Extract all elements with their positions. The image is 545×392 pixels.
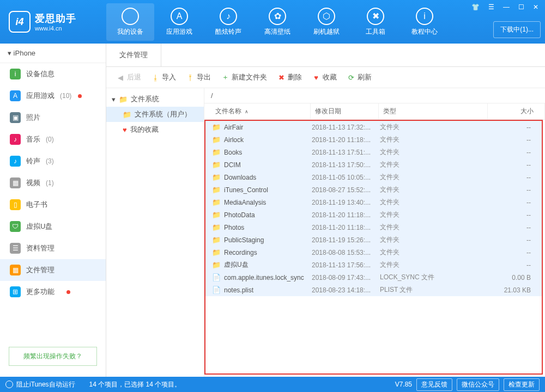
tab-files[interactable]: 文件管理 — [106, 44, 161, 66]
folder-icon: 📁 — [212, 198, 221, 206]
refresh-icon: ⟳ — [347, 73, 355, 82]
nav-label: 刷机越狱 — [313, 27, 340, 36]
file-size: -- — [489, 211, 542, 219]
sidebar-label: 铃声 — [26, 156, 40, 166]
file-list: 📁AirFair2018-11-13 17:32:...文件夹--📁Airloc… — [204, 120, 543, 375]
wechat-button[interactable]: 微信公众号 — [457, 378, 499, 391]
file-name: Recordings — [224, 249, 257, 256]
col-size[interactable]: 大小 — [488, 103, 545, 119]
file-type: 文件夹 — [380, 248, 489, 257]
file-date: 2018-11-19 13:40:... — [312, 199, 380, 206]
update-button[interactable]: 检查更新 — [504, 378, 540, 391]
theme-icon[interactable]: 👕 — [469, 2, 482, 12]
sidebar-item[interactable]: 🛡虚拟U盘 — [0, 216, 106, 237]
download-button[interactable]: 下载中(1)... — [493, 21, 541, 38]
file-date: 2018-08-09 17:43:... — [312, 274, 380, 281]
nav-icon: ✖ — [367, 8, 384, 25]
close-icon[interactable]: ✕ — [531, 2, 541, 12]
file-name: PublicStaging — [224, 236, 264, 244]
path-bar[interactable]: / — [204, 88, 545, 103]
file-date: 2018-11-13 17:50:... — [312, 161, 380, 169]
file-row[interactable]: 📁Photos2018-11-20 11:18:...文件夹-- — [205, 221, 542, 234]
file-name: Airlock — [224, 136, 244, 144]
file-size: 0.00 B — [489, 274, 542, 281]
sidebar-icon: 🛡 — [10, 221, 21, 232]
file-name: 虚拟U盘 — [224, 260, 249, 270]
folder-icon: 📁 — [212, 236, 221, 244]
sidebar-item[interactable]: i设备信息 — [0, 63, 106, 85]
file-size: -- — [489, 199, 542, 206]
delete-button[interactable]: ✖删除 — [277, 72, 302, 82]
file-row[interactable]: 📄notes.plist2018-08-23 14:18:...PLIST 文件… — [205, 284, 542, 296]
sidebar-item[interactable]: ▯电子书 — [0, 194, 106, 216]
export-icon: ⭱ — [186, 73, 195, 82]
file-type: 文件夹 — [380, 223, 489, 232]
refresh-button[interactable]: ⟳刷新 — [347, 72, 372, 82]
help-link[interactable]: 频繁出现操作失败？ — [9, 347, 97, 366]
toolbar: ◀后退 ⭳导入 ⭱导出 ＋新建文件夹 ✖删除 ♥收藏 ⟳刷新 — [106, 67, 545, 88]
newfolder-button[interactable]: ＋新建文件夹 — [221, 72, 267, 82]
file-row[interactable]: 📁MediaAnalysis2018-11-19 13:40:...文件夹-- — [205, 196, 542, 209]
file-row[interactable]: 📁虚拟U盘2018-11-13 17:56:...文件夹-- — [205, 259, 542, 271]
file-row[interactable]: 📄com.apple.itunes.lock_sync2018-08-09 17… — [205, 271, 542, 284]
file-row[interactable]: 📁Downloads2018-11-05 10:05:...文件夹-- — [205, 171, 542, 183]
file-date: 2018-11-13 17:56:... — [312, 261, 380, 269]
nav-item[interactable]: ✿高清壁纸 — [253, 3, 301, 41]
export-button[interactable]: ⭱导出 — [186, 72, 211, 82]
col-date[interactable]: 修改日期 — [311, 103, 379, 119]
maximize-icon[interactable]: ☐ — [516, 2, 526, 12]
sidebar-item[interactable]: A应用游戏 (10) — [0, 85, 106, 107]
sidebar-item[interactable]: ▣照片 — [0, 107, 106, 128]
file-name: com.apple.itunes.lock_sync — [224, 274, 304, 281]
file-row[interactable]: 📁iTunes_Control2018-08-27 15:52:...文件夹-- — [205, 183, 542, 196]
nav-item[interactable]: ♪酷炫铃声 — [204, 3, 252, 41]
sidebar-icon: i — [10, 69, 21, 79]
menu-icon[interactable]: ☰ — [486, 2, 496, 12]
file-size: -- — [489, 261, 542, 269]
device-selector[interactable]: ▾ iPhone — [0, 44, 106, 63]
itunes-block-toggle[interactable]: 阻止iTunes自动运行 — [5, 380, 75, 389]
file-row[interactable]: 📁PublicStaging2018-11-19 15:26:...文件夹-- — [205, 234, 542, 246]
file-size: -- — [489, 174, 542, 181]
col-name[interactable]: 文件名称∧ — [204, 103, 311, 119]
main-panel: 文件管理 ◀后退 ⭳导入 ⭱导出 ＋新建文件夹 ✖删除 ♥收藏 ⟳刷新 ▾ 📁 … — [106, 44, 545, 377]
tree-root[interactable]: ▾ 📁 文件系统 — [106, 91, 204, 107]
file-type: 文件夹 — [380, 160, 489, 169]
nav-item[interactable]: ✖工具箱 — [352, 3, 399, 41]
file-size: -- — [489, 149, 542, 156]
nav-item[interactable]: A应用游戏 — [155, 3, 203, 41]
nav-icon: ⬡ — [318, 8, 335, 25]
file-size: -- — [489, 224, 542, 231]
file-row[interactable]: 📁PhotoData2018-11-20 11:18:...文件夹-- — [205, 209, 542, 221]
file-row[interactable]: 📁DCIM2018-11-13 17:50:...文件夹-- — [205, 158, 542, 171]
tree-user-fs[interactable]: 📁 文件系统（用户） — [106, 107, 204, 122]
nav-item[interactable]: ⬡刷机越狱 — [302, 3, 350, 41]
nav-item[interactable]: i教程中心 — [401, 3, 449, 41]
file-name: Photos — [224, 224, 244, 231]
file-name: notes.plist — [224, 286, 253, 294]
file-row[interactable]: 📁Airlock2018-11-20 11:18:...文件夹-- — [205, 133, 542, 146]
sidebar-item[interactable]: ▦视频 (1) — [0, 172, 106, 194]
import-button[interactable]: ⭳导入 — [151, 72, 176, 82]
sidebar-item[interactable]: ♪铃声 (3) — [0, 150, 106, 172]
file-icon: 📄 — [212, 286, 221, 294]
folder-icon: 📁 — [212, 136, 221, 144]
sidebar-item[interactable]: ♪音乐 (0) — [0, 128, 106, 150]
sidebar-label: 设备信息 — [26, 69, 55, 79]
sidebar-item[interactable]: ☰资料管理 — [0, 237, 106, 259]
nav-label: 酷炫铃声 — [215, 27, 241, 36]
minimize-icon[interactable]: — — [501, 2, 512, 12]
file-row[interactable]: 📁Recordings2018-08-08 15:53:...文件夹-- — [205, 246, 542, 259]
feedback-button[interactable]: 意见反馈 — [416, 378, 452, 391]
back-button: ◀后退 — [116, 72, 141, 82]
sidebar-item[interactable]: ⊞更多功能 — [0, 281, 106, 303]
file-date: 2018-11-13 17:32:... — [312, 124, 380, 131]
sidebar-item[interactable]: ▦文件管理 — [0, 259, 106, 281]
favorite-button[interactable]: ♥收藏 — [312, 72, 337, 82]
file-row[interactable]: 📁AirFair2018-11-13 17:32:...文件夹-- — [205, 121, 542, 133]
file-row[interactable]: 📁Books2018-11-13 17:51:...文件夹-- — [205, 146, 542, 158]
nav-item[interactable]: 我的设备 — [106, 3, 154, 41]
col-type[interactable]: 类型 — [379, 103, 488, 119]
sidebar-label: 电子书 — [26, 200, 47, 210]
tree-favorites[interactable]: ♥ 我的收藏 — [106, 122, 204, 137]
